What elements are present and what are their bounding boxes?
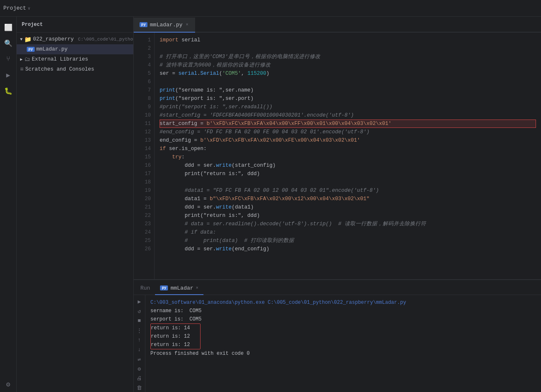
run-panel: ▶ ↺ ■ ⋮ ↑ ↓ ⇌ ⚙ 🖨 🗑 C:\003_software\01_a… [134, 295, 541, 392]
tab-bar: py mmLadar.py × [134, 17, 541, 33]
console-path: C:\003_software\01_anaconda\python.exe C… [150, 300, 406, 305]
run-play-btn[interactable]: ▶ [135, 298, 144, 305]
run-down-btn[interactable]: ↓ [135, 346, 144, 354]
code-line-23: # data = ser.readline().decode('utf-8').… [160, 220, 536, 228]
tab-mmladar-label: mmLadar.py [150, 22, 183, 28]
run-up-btn[interactable]: ↑ [135, 336, 144, 344]
tree-item-external[interactable]: ▶ 🗂 External Libraries [17, 54, 133, 64]
code-line-7: print("sername is: ",ser.name) [160, 86, 536, 94]
code-line-11: start_config = b'\xFD\xFC\xFB\xFA\x04\x0… [160, 120, 536, 128]
code-line-1: import serial [160, 36, 536, 44]
code-line-25: # print(data) # 打印读取到的数据 [160, 237, 536, 245]
run-rerun-btn[interactable]: ↺ [135, 307, 144, 315]
project-panel: Project ▼ 📁 022_raspberry C:\005_code\01… [17, 17, 134, 392]
tree-item-scratches[interactable]: ≡ Scratches and Consoles [17, 64, 133, 74]
code-editor[interactable]: 1234567891011121314151617181920212223242… [134, 33, 541, 279]
code-line-15: try: [160, 153, 536, 161]
tree-external-label: External Libraries [32, 56, 88, 62]
code-line-26: ddd = ser.write(end_config) [160, 245, 536, 253]
code-line-5: ser = serial.Serial('COM5', 115200) [160, 69, 536, 78]
search-tool-btn[interactable]: 🔍 [1, 36, 16, 51]
line-numbers: 1234567891011121314151617181920212223242… [134, 33, 155, 279]
console-highlighted-box: return is: 14return is: 12return is: 12 [150, 323, 201, 349]
run-tab-label: Run [140, 285, 150, 291]
console-line-ret1: return is: 14 [151, 324, 200, 332]
code-line-10: #start_config = 'FDFCFBFA0400FF000100040… [160, 111, 536, 120]
tab-mmladar[interactable]: py mmLadar.py × [134, 18, 195, 33]
code-line-2 [160, 44, 536, 53]
console-line-ret3: return is: 12 [151, 341, 200, 349]
left-icon-bar: ⬜ 🔍 ⑂ ▶ 🐛 ⚙ [0, 17, 17, 392]
run-menu-btn[interactable]: ⋮ [135, 326, 144, 334]
project-panel-header: Project [17, 17, 133, 33]
code-line-8: print("serport is: ",ser.port) [160, 94, 536, 103]
project-label: Project [3, 5, 26, 11]
code-line-16: ddd = ser.write(start_config) [160, 161, 536, 170]
tree-root-path: C:\005_code\01_python\022_raspberry [78, 37, 133, 42]
console-line-serport: serport is: COM5 [150, 315, 536, 323]
code-line-22: print("return is:", ddd) [160, 211, 536, 220]
git-tool-btn[interactable]: ⑂ [1, 52, 16, 67]
tree-mmladar-label: mmLadar.py [36, 46, 68, 52]
code-line-4: # 波特率设置为9600，根据你的设备进行修改 [160, 61, 536, 69]
tree-item-mmladar[interactable]: py mmLadar.py [17, 44, 133, 54]
console-line-sername: sername is: COM5 [150, 307, 536, 315]
console-line-exit: Process finished with exit code 0 [150, 349, 536, 358]
run-stop-btn[interactable]: ■ [135, 317, 144, 325]
console-line-ret2: return is: 12 [151, 332, 200, 341]
settings-btn[interactable]: ⚙ [1, 377, 16, 392]
tree-item-root[interactable]: ▼ 📁 022_raspberry C:\005_code\01_python\… [17, 34, 133, 44]
code-line-17: print("return is:", ddd) [160, 170, 536, 178]
code-line-18 [160, 178, 536, 186]
code-line-9: #print("serport is: ",ser.readall()) [160, 103, 536, 111]
run-trash-btn[interactable]: 🗑 [135, 384, 144, 392]
code-line-6 [160, 78, 536, 86]
run-print-btn[interactable]: 🖨 [135, 374, 144, 382]
run-file-label: mmLadar [170, 285, 193, 291]
code-line-20: data1 = b"\xFD\xFC\xFB\xFA\x02\x00\x12\x… [160, 195, 536, 203]
top-bar: Project ∨ [0, 0, 541, 17]
bottom-tab-bar: Run py mmLadar × [134, 280, 541, 295]
run-tab-close-btn[interactable]: × [196, 286, 198, 290]
bottom-tab-mmladar[interactable]: py mmLadar × [155, 282, 203, 295]
project-tool-btn[interactable]: ⬜ [1, 20, 16, 35]
project-panel-title: Project [22, 22, 43, 28]
console-line-cmd: C:\003_software\01_anaconda\python.exe C… [150, 298, 536, 307]
editor-area: py mmLadar.py × 123456789101112131415161… [134, 17, 541, 392]
code-content[interactable]: import serial # 打开串口，这里的'COM3'是串口号，根据你的电… [155, 33, 541, 279]
tree-root-label: 022_raspberry [33, 36, 74, 42]
tab-close-btn[interactable]: × [185, 22, 189, 28]
code-line-13: end_config = b'\xFD\xFC\xFB\xFA\x02\x00\… [160, 136, 536, 145]
main-layout: ⬜ 🔍 ⑂ ▶ 🐛 ⚙ Project ▼ 📁 022_raspberry C:… [0, 17, 541, 392]
run-wrap-btn[interactable]: ⇌ [135, 355, 144, 363]
run-settings-btn[interactable]: ⚙ [135, 365, 144, 373]
code-line-3: # 打开串口，这里的'COM3'是串口号，根据你的电脑情况进行修改 [160, 53, 536, 61]
project-tree: ▼ 📁 022_raspberry C:\005_code\01_python\… [17, 33, 133, 392]
code-line-19: #data1 = "FD FC FB FA 02 00 12 00 04 03 … [160, 186, 536, 195]
project-chevron-icon: ∨ [28, 6, 30, 11]
debug-tool-btn[interactable]: 🐛 [1, 84, 16, 99]
tree-scratches-label: Scratches and Consoles [25, 66, 94, 72]
project-title[interactable]: Project ∨ [3, 5, 30, 11]
run-tool-btn[interactable]: ▶ [1, 68, 16, 83]
run-toolbar: ▶ ↺ ■ ⋮ ↑ ↓ ⇌ ⚙ 🖨 🗑 [134, 295, 145, 392]
code-line-14: if ser.is_open: [160, 145, 536, 153]
bottom-panel: Run py mmLadar × ▶ ↺ ■ ⋮ ↑ ↓ ⇌ [134, 279, 541, 392]
console-output[interactable]: C:\003_software\01_anaconda\python.exe C… [145, 295, 541, 392]
code-line-12: #end_config = 'FD FC FB FA 02 00 FE 00 0… [160, 128, 536, 136]
bottom-tab-run[interactable]: Run [135, 282, 155, 295]
code-line-24: # if data: [160, 228, 536, 237]
code-line-21: ddd = ser.write(data1) [160, 203, 536, 211]
